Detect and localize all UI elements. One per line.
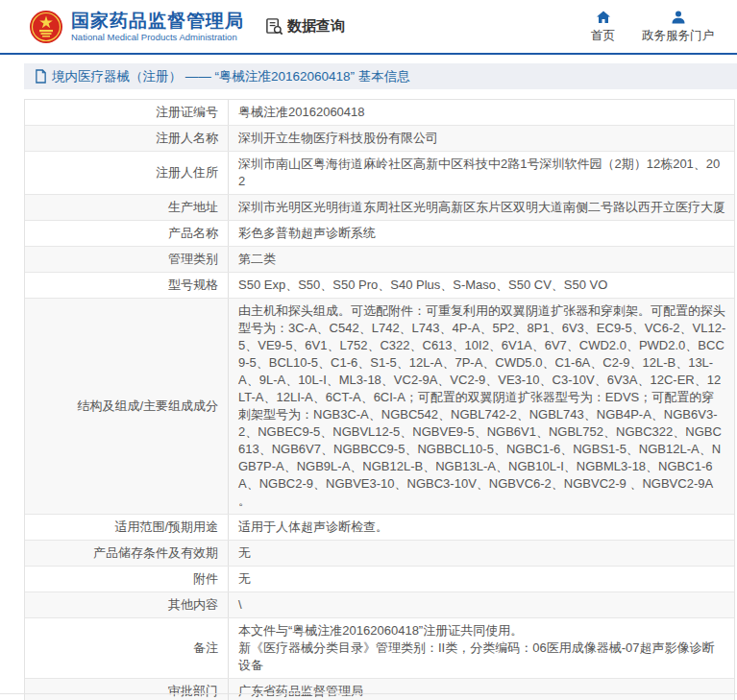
brand-title: 国家药品监督管理局	[71, 11, 244, 32]
page-title-bar: 境内医疗器械（注册） —— “粤械注准20162060418” 基本信息	[24, 63, 737, 89]
row-value: 粤械注准20162060418	[229, 100, 734, 125]
row-label: 型号规格	[25, 273, 229, 298]
row-label: 注册人名称	[25, 126, 229, 151]
nav-data-query[interactable]: 数据查询	[265, 17, 345, 36]
data-query-label: 数据查询	[287, 17, 345, 36]
row-label: 其他内容	[25, 592, 229, 617]
table-row-remark: 备注本文件与“粤械注准20162060418”注册证共同使用。 新《医疗器械分类…	[25, 618, 734, 679]
site-header: 国家药品监督管理局 National Medical Products Admi…	[0, 0, 737, 55]
row-value: 深圳开立生物医疗科技股份有限公司	[229, 126, 734, 151]
table-row: 管理类别第二类	[25, 247, 734, 273]
row-label: 审批部门	[25, 679, 229, 700]
row-label: 管理类别	[25, 247, 229, 272]
document-icon	[35, 69, 47, 84]
row-value: 无	[229, 567, 734, 591]
row-value: 第二类	[229, 247, 734, 272]
nav-portal[interactable]: 政务服务门户	[642, 10, 714, 44]
row-value: 彩色多普勒超声诊断系统	[229, 221, 734, 246]
table-row: 注册证编号粤械注准20162060418	[25, 100, 734, 126]
registration-info-table: 注册证编号粤械注准20162060418 注册人名称深圳开立生物医疗科技股份有限…	[24, 99, 735, 700]
nav-home[interactable]: 首页	[591, 10, 615, 44]
header-nav: 首页 政务服务门户	[591, 10, 727, 44]
row-label: 备注	[25, 618, 229, 678]
row-label: 产品储存条件及有效期	[25, 541, 229, 566]
row-label: 注册证编号	[25, 100, 229, 125]
row-value: 由主机和探头组成。可选配附件：可重复利用的双翼阴道扩张器和穿刺架。可配置的探头型…	[229, 299, 734, 514]
row-label: 生产地址	[25, 195, 229, 220]
table-row: 型号规格S50 Exp、S50、S50 Pro、S40 Plus、S-Maso、…	[25, 273, 734, 299]
row-label: 结构及组成/主要组成成分	[25, 299, 229, 514]
row-label: 注册人住所	[25, 152, 229, 194]
table-row: 生产地址深圳市光明区光明街道东周社区光明高新区东片区双明大道南侧二号路以西开立医…	[25, 195, 734, 221]
table-row: 注册人名称深圳开立生物医疗科技股份有限公司	[25, 126, 734, 152]
brand-subtitle: National Medical Products Administration	[71, 32, 244, 43]
nav-home-label: 首页	[591, 28, 615, 44]
table-row: 产品名称彩色多普勒超声诊断系统	[25, 221, 734, 247]
page-title: 境内医疗器械（注册） —— “粤械注准20162060418” 基本信息	[52, 68, 410, 85]
table-row: 适用范围/预期用途适用于人体超声诊断检查。	[25, 515, 734, 541]
row-label: 适用范围/预期用途	[25, 515, 229, 540]
data-query-icon	[265, 17, 283, 36]
row-label: 附件	[25, 567, 229, 591]
row-value: \	[229, 592, 734, 617]
row-value: 本文件与“粤械注准20162060418”注册证共同使用。 新《医疗器械分类目录…	[229, 618, 734, 678]
table-row: 附件无	[25, 567, 734, 592]
nav-portal-label: 政务服务门户	[642, 28, 714, 44]
national-emblem-logo	[29, 10, 63, 44]
brand-block: 国家药品监督管理局 National Medical Products Admi…	[71, 11, 244, 43]
table-row: 注册人住所深圳市南山区粤海街道麻岭社区高新中区科技中2路1号深圳软件园（2期）1…	[25, 152, 734, 195]
page-bottom-divider	[0, 693, 737, 694]
row-value: 深圳市南山区粤海街道麻岭社区高新中区科技中2路1号深圳软件园（2期）12栋201…	[229, 152, 734, 194]
home-icon	[596, 10, 611, 25]
row-value: S50 Exp、S50、S50 Pro、S40 Plus、S-Maso、S50 …	[229, 273, 734, 298]
row-value: 无	[229, 541, 734, 566]
table-row-composition: 结构及组成/主要组成成分由主机和探头组成。可选配附件：可重复利用的双翼阴道扩张器…	[25, 299, 734, 515]
portal-user-icon	[671, 10, 686, 25]
table-row: 其他内容\	[25, 592, 734, 618]
row-value: 深圳市光明区光明街道东周社区光明高新区东片区双明大道南侧二号路以西开立医疗大厦	[229, 195, 734, 220]
row-label: 产品名称	[25, 221, 229, 246]
table-row: 审批部门广东省药品监督管理局	[25, 679, 734, 700]
row-value: 适用于人体超声诊断检查。	[229, 515, 734, 540]
row-value: 广东省药品监督管理局	[229, 679, 734, 700]
table-row: 产品储存条件及有效期无	[25, 541, 734, 567]
